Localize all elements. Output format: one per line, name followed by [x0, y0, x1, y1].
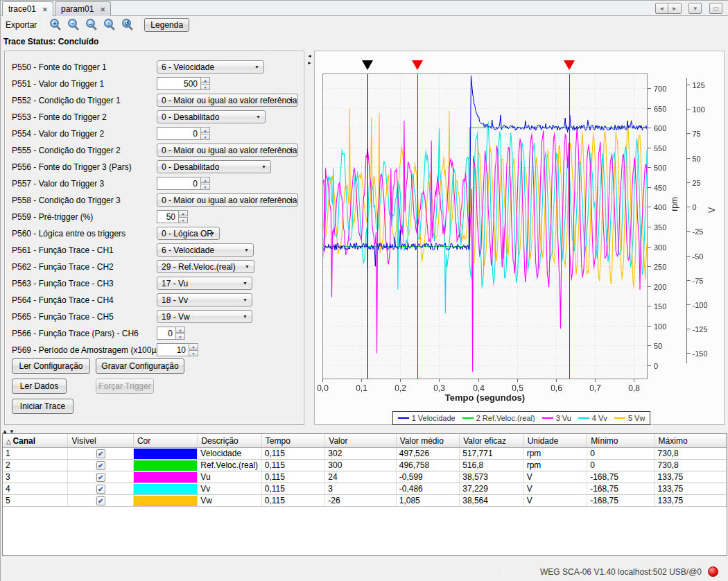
spinner-value[interactable]: 0 [157, 327, 176, 340]
param-select-P553[interactable]: 0 - Desabilitado▼ [157, 110, 266, 123]
selected-value: 6 - Velocidade [162, 62, 214, 72]
spin-up-icon[interactable]: ▲ [200, 127, 210, 133]
spin-down-icon[interactable]: ▼ [178, 217, 188, 223]
collapse-left-icon[interactable]: ◄ [306, 53, 313, 60]
param-select-P550[interactable]: 6 - Velocidade▼ [157, 60, 264, 73]
channel-color-swatch[interactable] [134, 449, 197, 459]
cell-cor [134, 495, 198, 506]
param-select-P563[interactable]: 17 - Vu▼ [157, 277, 252, 290]
spinner-value[interactable]: 0 [157, 177, 201, 190]
expand-right-icon[interactable]: ► [306, 60, 313, 67]
close-icon[interactable]: ✕ [100, 6, 105, 13]
spin-up-icon[interactable]: ▲ [175, 327, 185, 333]
spin-down-icon[interactable]: ▼ [200, 84, 210, 90]
ler-dados-button[interactable]: Ler Dados [12, 379, 67, 394]
param-select-P564[interactable]: 18 - Vv▼ [157, 293, 252, 306]
cursor-marker[interactable] [362, 60, 373, 70]
param-spinner-P569[interactable]: 10▲▼ [157, 343, 198, 356]
table-header-cell-vis-vel[interactable]: Visível [68, 434, 133, 447]
spin-up-icon[interactable]: ▲ [200, 77, 210, 83]
tab-scroll-left-button[interactable]: ◄ [655, 3, 668, 14]
selected-value: 19 - Vw [162, 312, 190, 322]
param-label-P561: P561 - Função Trace - CH1 [12, 245, 114, 255]
spinner-value[interactable]: 10 [157, 343, 189, 356]
spinner-value[interactable]: 50 [157, 210, 179, 223]
tab-label: param01 [61, 4, 94, 14]
param-spinner-P554[interactable]: 0▲▼ [157, 127, 210, 140]
iniciar-trace-button[interactable]: Iniciar Trace [12, 399, 73, 414]
param-spinner-P566[interactable]: 0▲▼ [157, 327, 185, 340]
table-header-cell-valor-m-dio[interactable]: Valor médio [397, 434, 460, 447]
visible-checkbox[interactable]: ✔ [96, 485, 105, 494]
param-label-P556: P556 - Fonte do Trigger 3 (Pars) [12, 162, 132, 172]
channel-color-swatch[interactable] [134, 484, 197, 494]
x-axis-title: Tempo (segundos) [322, 392, 648, 403]
table-header-cell-valor[interactable]: Valor [325, 434, 396, 447]
zoom-out-icon[interactable]: − [65, 17, 82, 32]
table-header-cell-m-nimo[interactable]: Mínimo [587, 434, 655, 447]
param-spinner-P551[interactable]: 500▲▼ [157, 77, 210, 90]
param-select-P561[interactable]: 6 - Velocidade▼ [157, 243, 254, 257]
spinner-value[interactable]: 0 [157, 127, 201, 140]
close-icon[interactable]: ✕ [42, 6, 48, 13]
table-header-cell-unidade[interactable]: Unidade [524, 434, 587, 447]
gravar-configura-o-button[interactable]: Gravar Configuração [96, 358, 184, 374]
tab-list-dropdown-button[interactable]: ▼ [688, 3, 702, 14]
param-select-P556[interactable]: 0 - Desabilitado▼ [157, 160, 271, 173]
table-header-cell-tempo[interactable]: Tempo [262, 434, 325, 447]
spin-down-icon[interactable]: ▼ [200, 184, 210, 190]
spin-up-icon[interactable]: ▲ [200, 177, 210, 183]
spin-up-icon[interactable]: ▲ [189, 343, 198, 349]
tab-scroll-right-button[interactable]: ► [668, 3, 682, 14]
exportar-menu[interactable]: Exportar [1, 17, 42, 33]
chevron-down-icon: ▼ [243, 297, 248, 302]
channel-color-swatch[interactable] [134, 472, 197, 483]
channel-color-swatch[interactable] [134, 496, 197, 506]
cell-cor [134, 471, 198, 483]
trigger-config-panel: P550 - Fonte do Trigger 16 - Velocidade▼… [4, 51, 304, 425]
channel-color-swatch[interactable] [134, 460, 197, 471]
tab-trace01[interactable]: trace01✕ [2, 1, 53, 16]
table-header: △ CanalVisívelCorDescriçãoTempoValorValo… [3, 434, 727, 448]
spin-up-icon[interactable]: ▲ [178, 210, 188, 216]
spin-down-icon[interactable]: ▼ [200, 134, 210, 140]
visible-checkbox[interactable]: ✔ [96, 473, 105, 482]
param-spinner-P559[interactable]: 50▲▼ [157, 210, 188, 223]
sort-ascending-icon: △ [6, 438, 12, 445]
param-spinner-P557[interactable]: 0▲▼ [157, 177, 210, 190]
zoom-horizontal-icon[interactable]: ↔ [83, 17, 100, 32]
table-header-cell-valor-eficaz[interactable]: Valor eficaz [460, 434, 523, 447]
horizontal-splitter[interactable]: ▲▼ [1, 426, 728, 433]
trigger-2-marker[interactable] [564, 60, 575, 70]
param-select-P560[interactable]: 0 - Lógica OR▼ [157, 227, 220, 240]
vertical-splitter[interactable]: ◄ ► [306, 51, 313, 425]
param-select-P558[interactable]: 0 - Maior ou igual ao valor referência▼ [157, 193, 298, 207]
param-select-P555[interactable]: 0 - Maior ou igual ao valor referência▼ [157, 144, 298, 157]
tab-param01[interactable]: param01✕ [55, 1, 111, 16]
ler-configura-o-button[interactable]: Ler Configuração [12, 358, 90, 374]
legenda-toggle-button[interactable]: Legenda [144, 18, 189, 32]
zoom-in-icon[interactable]: + [47, 17, 64, 32]
zoom-vertical-icon[interactable]: ↕ [101, 17, 118, 32]
selected-value: 0 - Maior ou igual ao valor referência [162, 146, 297, 155]
visible-checkbox[interactable]: ✔ [96, 496, 105, 505]
spinner-value[interactable]: 500 [157, 77, 201, 90]
trigger-1-marker[interactable] [412, 60, 423, 70]
visible-checkbox[interactable]: ✔ [96, 461, 105, 470]
cell: 1,085 [397, 495, 460, 506]
param-select-P565[interactable]: 19 - Vw▼ [157, 310, 252, 323]
spin-down-icon[interactable]: ▼ [189, 350, 198, 356]
restore-window-button[interactable]: ▢ [709, 3, 722, 14]
table-row-5: 5✔Vw0,115-261,08538,564V-168,75133,75 [3, 495, 727, 507]
spin-down-icon[interactable]: ▼ [175, 333, 185, 340]
visible-checkbox[interactable]: ✔ [96, 449, 105, 458]
param-select-P562[interactable]: 29 - Ref.Veloc.(real)▼ [157, 260, 254, 273]
table-header-cell-descri-o[interactable]: Descrição [198, 434, 261, 447]
column-title: Cor [137, 436, 150, 446]
table-header-cell-m-ximo[interactable]: Máximo [655, 434, 727, 447]
zoom-reset-icon[interactable]: ↺ [119, 17, 136, 32]
param-select-P552[interactable]: 0 - Maior ou igual ao valor referência▼ [157, 94, 298, 107]
table-header-cell-canal[interactable]: △ Canal [3, 434, 68, 447]
trace-chart-canvas[interactable] [315, 51, 724, 424]
table-header-cell-cor[interactable]: Cor [134, 434, 198, 447]
